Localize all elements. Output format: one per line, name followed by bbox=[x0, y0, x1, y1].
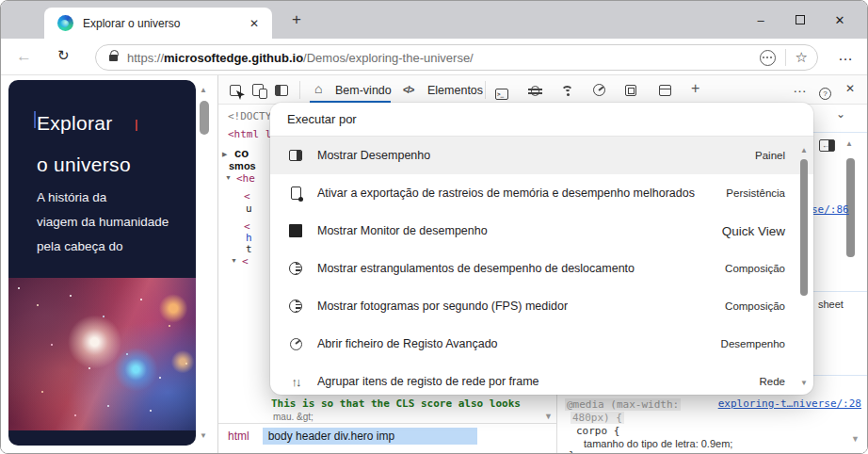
help-icon[interactable]: ? bbox=[819, 83, 831, 100]
command-label: Mostrar estrangulamentos de desempenho d… bbox=[317, 262, 635, 275]
contrast-icon bbox=[289, 300, 302, 313]
code-fragment[interactable]: <!DOCTY bbox=[228, 110, 271, 122]
contrast-icon bbox=[289, 262, 302, 275]
command-scroll-thumb[interactable] bbox=[800, 159, 808, 296]
stylesheet-link[interactable]: se/:86 bbox=[812, 203, 849, 216]
favorite-star-icon[interactable]: ☆ bbox=[796, 49, 808, 66]
url-field[interactable]: https://microsoftedge.github.io/Demos/ex… bbox=[95, 44, 818, 71]
css-source-link[interactable]: exploring-t…niverse/:28 bbox=[718, 397, 861, 410]
dock-toggle-icon[interactable]: ← bbox=[819, 139, 835, 152]
command-label: Agrupar itens de registo de rede por fra… bbox=[317, 375, 539, 388]
tab-elements[interactable]: Elementos bbox=[427, 84, 483, 97]
hero-subtitle-line1: A história da bbox=[37, 186, 169, 210]
command-category: Quick View bbox=[711, 224, 785, 238]
code-fragment[interactable]: t bbox=[246, 243, 252, 255]
bug-icon[interactable] bbox=[531, 83, 539, 100]
performance-gauge-icon[interactable] bbox=[593, 83, 605, 100]
maximize-button[interactable] bbox=[780, 1, 820, 39]
application-storage-icon[interactable] bbox=[659, 83, 671, 100]
sort-arrows-icon: ↑↓ bbox=[292, 375, 300, 389]
url-text[interactable]: https://microsoftedge.github.io/Demos/ex… bbox=[127, 51, 760, 65]
device-emulation-icon[interactable] bbox=[252, 83, 264, 100]
code-fragment[interactable]: co bbox=[234, 146, 249, 160]
command-label: Ativar a exportação de rastreios de memó… bbox=[317, 186, 695, 200]
minimize-button[interactable]: – bbox=[741, 1, 780, 39]
command-category: Persistência bbox=[715, 187, 785, 199]
command-category: Rede bbox=[748, 376, 786, 387]
chevron-down-icon[interactable]: ⌄ bbox=[836, 107, 845, 121]
command-menu: Executar por Mostrar Desempenho Painel A… bbox=[270, 103, 813, 395]
reload-button[interactable]: ↻ bbox=[57, 47, 70, 64]
command-scroll-down-icon[interactable]: ▼ bbox=[800, 379, 808, 387]
browser-menu-button[interactable]: … bbox=[838, 47, 854, 64]
elements-scroll-down-icon[interactable]: ▼ bbox=[544, 412, 553, 421]
styles-scroll-up-icon[interactable]: ▲ bbox=[845, 139, 853, 148]
panel-icon bbox=[289, 150, 302, 161]
command-item[interactable]: Mostrar Monitor de desempenho Quick View bbox=[270, 212, 813, 250]
html-comment-line1[interactable]: This is so that the CLS score also looks bbox=[271, 397, 521, 410]
memory-cpu-icon[interactable] bbox=[625, 83, 636, 100]
window-controls: – ✕ bbox=[741, 1, 860, 39]
command-category: Composição bbox=[714, 263, 785, 274]
command-category: Desempenho bbox=[710, 338, 785, 349]
tab-welcome[interactable]: Bem-vindo bbox=[335, 84, 392, 97]
inspect-element-icon[interactable] bbox=[230, 83, 241, 100]
lock-icon[interactable] bbox=[109, 55, 118, 61]
close-window-button[interactable]: ✕ bbox=[820, 1, 860, 39]
code-fragment[interactable]: <he bbox=[236, 172, 255, 185]
css-selector[interactable]: corpo { bbox=[576, 425, 619, 437]
html-comment-line2[interactable]: mau. &gt; bbox=[273, 412, 313, 422]
more-tools-plus-icon[interactable]: + bbox=[691, 80, 699, 97]
stylesheet-source-fragment: sheet bbox=[818, 299, 844, 310]
console-icon[interactable]: >_ bbox=[495, 83, 508, 100]
code-fragment[interactable]: < bbox=[244, 190, 250, 203]
back-button[interactable]: ← bbox=[16, 47, 32, 66]
code-fragment[interactable]: u bbox=[246, 203, 252, 215]
collapse-arrow-icon[interactable]: ▼ bbox=[231, 257, 237, 264]
command-scroll-up-icon[interactable]: ▲ bbox=[800, 146, 808, 154]
collapse-arrow-icon[interactable]: ▼ bbox=[225, 174, 232, 181]
tab-title: Explorar o universo bbox=[83, 17, 246, 30]
command-item[interactable]: Mostrar estrangulamentos de desempenho d… bbox=[270, 250, 813, 287]
command-menu-prompt[interactable]: Executar por bbox=[270, 103, 813, 137]
hero-title-line1: Explorar bbox=[37, 112, 113, 135]
toolbar-separator bbox=[299, 81, 300, 99]
scroll-up-icon[interactable]: ▲ bbox=[200, 86, 207, 94]
edge-logo-icon bbox=[57, 15, 73, 31]
command-item[interactable]: Mostrar fotogramas por segundo (FPS) med… bbox=[270, 287, 813, 325]
maximize-icon bbox=[796, 15, 805, 24]
scroll-thumb[interactable] bbox=[200, 101, 209, 135]
styles-scroll-down-icon[interactable]: ▼ bbox=[851, 434, 860, 444]
dock-left-panel-icon[interactable] bbox=[275, 83, 288, 100]
styles-css-code: @media (max-width: exploring-t…niverse/:… bbox=[556, 395, 867, 453]
browser-tab[interactable]: Explorar o universo ✕ bbox=[44, 8, 272, 39]
expand-arrow-icon[interactable]: ▶ bbox=[222, 151, 227, 158]
css-media-query[interactable]: @media (max-width: bbox=[565, 398, 681, 411]
galaxy-image bbox=[8, 278, 196, 430]
code-fragment[interactable]: smos bbox=[229, 160, 256, 171]
command-item[interactable]: Ativar a exportação de rastreios de memó… bbox=[270, 174, 813, 212]
devtools-menu-icon[interactable]: … bbox=[793, 79, 807, 95]
home-icon[interactable]: ⌂ bbox=[314, 81, 322, 96]
hero-subtitle-line3: pela cabeça do bbox=[37, 235, 169, 259]
site-permissions-icon[interactable] bbox=[760, 50, 776, 66]
command-category: Painel bbox=[744, 150, 785, 161]
code-brackets-icon[interactable]: </> bbox=[403, 85, 413, 95]
tab-close-icon[interactable]: ✕ bbox=[246, 17, 263, 30]
network-conditions-icon[interactable] bbox=[561, 83, 576, 100]
new-tab-button[interactable]: + bbox=[286, 10, 307, 29]
command-item[interactable]: Abrir ficheiro de Registo Avançado Desem… bbox=[270, 325, 813, 363]
command-item[interactable]: ↑↓ Agrupar itens de registo de rede por … bbox=[270, 363, 813, 395]
breadcrumb-selected[interactable]: body header div.hero imp bbox=[263, 428, 478, 445]
code-fragment[interactable]: <html l bbox=[228, 128, 271, 140]
css-media-query2[interactable]: 480px) { bbox=[571, 412, 624, 424]
breadcrumb-html[interactable]: html bbox=[228, 430, 249, 443]
page-scrollbar[interactable]: ▲ ▼ bbox=[197, 80, 212, 447]
code-fragment[interactable]: < bbox=[242, 255, 249, 268]
css-declaration[interactable]: tamanho do tipo de letra: 0.9em; bbox=[584, 438, 732, 449]
scroll-down-icon[interactable]: ▼ bbox=[200, 431, 207, 440]
close-devtools-icon[interactable]: ✕ bbox=[845, 82, 855, 95]
gauge-icon bbox=[290, 338, 302, 350]
command-item[interactable]: Mostrar Desempenho Painel bbox=[270, 137, 813, 174]
square-icon bbox=[289, 224, 302, 237]
